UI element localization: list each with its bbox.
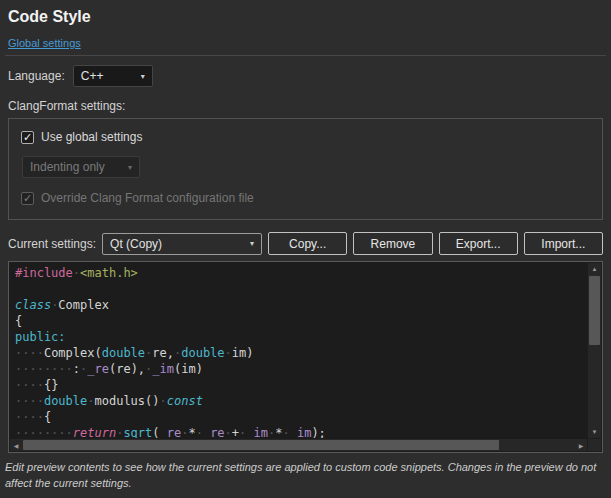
code-token: ········ [15,426,73,438]
chevron-down-icon: ▾ [128,163,132,172]
language-dropdown-value: C++ [81,69,104,83]
clangformat-group: ✓ Use global settings Indenting only ▾ ✓… [8,118,603,220]
code-lines[interactable]: #include·<math.h> class·Complex{public:·… [15,265,585,438]
code-token: _re [87,362,109,376]
checkbox-checked-icon[interactable]: ✓ [21,131,34,144]
code-token: ···· [15,394,44,408]
vertical-scrollbar-thumb[interactable] [589,276,600,345]
indenting-mode-value: Indenting only [30,160,105,174]
code-line: ····{ [15,409,585,425]
code-token: public: [15,330,66,344]
code-token: (re), [109,362,145,376]
current-settings-row: Current settings: Qt (Copy) ▾ Copy... Re… [8,232,603,255]
code-line: ····double·modulus()·const [15,393,585,409]
separator [5,55,606,56]
code-token: { [44,410,51,424]
code-token: _im [246,426,268,438]
global-settings-link[interactable]: Global settings [8,37,81,49]
current-settings-label: Current settings: [8,237,96,251]
checkbox-checked-icon[interactable]: ✓ [21,192,34,205]
code-line: ········return·sqrt(_re·*·_re·+·_im·*·_i… [15,425,585,438]
page-title: Code Style [8,8,603,26]
code-token: <math.h> [80,266,138,280]
language-label: Language: [8,69,65,83]
code-token: double [102,346,145,360]
use-global-settings-checkbox[interactable]: ✓ Use global settings [21,130,590,144]
code-token: re, [152,346,174,360]
vertical-scrollbar-track[interactable] [588,275,601,426]
code-token: : [73,362,80,376]
footer-note: Edit preview contents to see how the cur… [5,460,603,492]
code-line: ····Complex(double·re,·double·im) [15,345,585,361]
code-token: return [73,426,116,438]
indenting-mode-dropdown[interactable]: Indenting only ▾ [22,156,140,178]
code-token: #include [15,266,73,280]
code-token: · [196,426,203,438]
override-clang-format-label: Override Clang Format configuration file [41,191,254,205]
code-line: ········:·_re(re),·_im(im) [15,361,585,377]
code-token: modulus() [95,394,160,408]
language-dropdown[interactable]: C++ ▾ [73,65,153,87]
chevron-down-icon: ▾ [250,239,254,248]
use-global-settings-label: Use global settings [41,130,142,144]
code-token: ········ [15,362,73,376]
current-settings-value: Qt (Copy) [110,237,162,251]
override-clang-format-checkbox[interactable]: ✓ Override Clang Format configuration fi… [21,191,590,205]
code-token: ( [152,426,159,438]
code-preview-editor[interactable]: #include·<math.h> class·Complex{public:·… [8,261,603,453]
code-token: ···· [15,346,44,360]
scroll-down-icon[interactable]: ▼ [588,426,601,438]
code-token: sqrt [123,426,152,438]
code-token: Complex [58,298,109,312]
code-line: { [15,313,585,329]
code-token: class [15,298,51,312]
code-token: { [15,314,22,328]
import-button[interactable]: Import... [524,232,603,255]
code-token: · [73,266,80,280]
code-token: + [232,426,239,438]
scroll-left-icon[interactable]: ◀ [10,439,22,451]
code-line [15,281,585,297]
code-line: public: [15,329,585,345]
code-token: double [181,346,224,360]
code-style-page: Code Style Global settings Language: C++… [0,0,611,492]
code-token: const [167,394,203,408]
code-line: ····{} [15,377,585,393]
code-token: double [44,394,87,408]
code-token: im) [232,346,254,360]
code-token: Complex( [44,346,102,360]
code-token: · [282,426,289,438]
vertical-scrollbar[interactable]: ▲ ▼ [588,263,601,438]
code-token: ); [311,426,325,438]
code-token: * [188,426,195,438]
code-token: · [87,394,94,408]
code-token: _re [203,426,225,438]
code-token: · [225,426,232,438]
scroll-up-icon[interactable]: ▲ [588,263,601,275]
code-token: _re [160,426,182,438]
code-token: · [160,394,167,408]
horizontal-scrollbar-thumb[interactable] [23,440,499,450]
export-button[interactable]: Export... [439,232,518,255]
code-token: ···· [15,410,44,424]
copy-button[interactable]: Copy... [268,232,347,255]
code-token: _im [152,362,174,376]
current-settings-dropdown[interactable]: Qt (Copy) ▾ [102,233,262,255]
code-line: class·Complex [15,297,585,313]
scroll-right-icon[interactable]: ▶ [575,439,587,451]
code-token: {} [44,378,58,392]
code-token: _im [290,426,312,438]
remove-button[interactable]: Remove [353,232,432,255]
horizontal-scrollbar-track[interactable] [22,439,575,451]
code-token: · [225,346,232,360]
chevron-down-icon: ▾ [141,72,145,81]
horizontal-scrollbar[interactable]: ◀ ▶ [10,439,587,451]
code-line: #include·<math.h> [15,265,585,281]
code-token: (im) [174,362,203,376]
code-token: ···· [15,378,44,392]
scrollbar-corner [588,439,601,451]
language-row: Language: C++ ▾ [8,65,603,87]
clangformat-group-label: ClangFormat settings: [8,99,603,113]
